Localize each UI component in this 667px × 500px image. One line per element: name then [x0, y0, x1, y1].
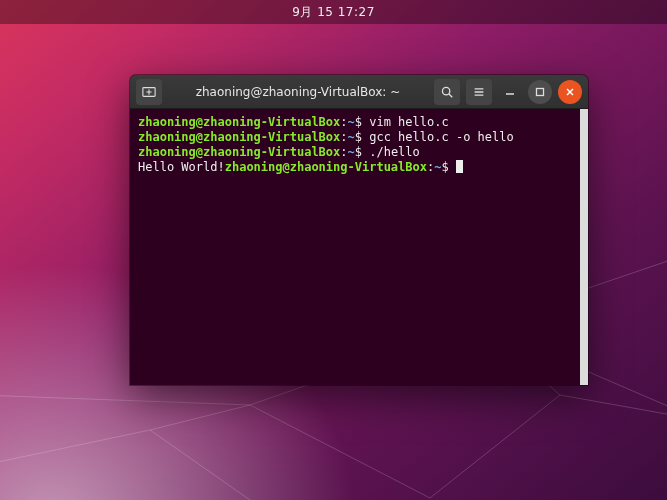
prompt-user: zhaoning@zhaoning-VirtualBox: [138, 145, 340, 159]
prompt-sym: $: [441, 160, 455, 174]
prompt-sym: $: [355, 145, 369, 159]
terminal-cursor: [456, 160, 463, 173]
new-tab-button[interactable]: [136, 79, 162, 105]
command-text: ./hello: [369, 145, 420, 159]
prompt-sep: :: [340, 115, 347, 129]
prompt-sym: $: [355, 130, 369, 144]
maximize-icon: [535, 87, 545, 97]
program-output: Hello World!: [138, 160, 225, 174]
prompt-sym: $: [355, 115, 369, 129]
prompt-path: ~: [348, 145, 355, 159]
maximize-button[interactable]: [528, 80, 552, 104]
search-icon: [440, 85, 454, 99]
prompt-sep: :: [340, 145, 347, 159]
terminal-body[interactable]: zhaoning@zhaoning-VirtualBox:~$ vim hell…: [130, 109, 580, 385]
command-text: vim hello.c: [369, 115, 448, 129]
terminal-window: zhaoning@zhaoning-VirtualBox: ~ zhaoning…: [130, 75, 588, 385]
new-tab-icon: [142, 85, 156, 99]
svg-point-1: [442, 87, 449, 94]
terminal-scrollbar[interactable]: [580, 109, 588, 385]
hamburger-icon: [472, 85, 486, 99]
window-title: zhaoning@zhaoning-VirtualBox: ~: [168, 85, 428, 99]
minimize-button[interactable]: [498, 80, 522, 104]
close-icon: [565, 87, 575, 97]
prompt-sep: :: [340, 130, 347, 144]
command-text: gcc hello.c -o hello: [369, 130, 514, 144]
search-button[interactable]: [434, 79, 460, 105]
gnome-top-bar: 9月 15 17:27: [0, 0, 667, 24]
prompt-path: ~: [348, 115, 355, 129]
prompt-user: zhaoning@zhaoning-VirtualBox: [138, 115, 340, 129]
minimize-icon: [505, 87, 515, 97]
prompt-user: zhaoning@zhaoning-VirtualBox: [138, 130, 340, 144]
close-button[interactable]: [558, 80, 582, 104]
window-titlebar[interactable]: zhaoning@zhaoning-VirtualBox: ~: [130, 75, 588, 109]
svg-rect-2: [537, 88, 544, 95]
menu-button[interactable]: [466, 79, 492, 105]
topbar-clock: 9月 15 17:27: [292, 4, 375, 21]
prompt-path: ~: [348, 130, 355, 144]
prompt-user: zhaoning@zhaoning-VirtualBox: [225, 160, 427, 174]
